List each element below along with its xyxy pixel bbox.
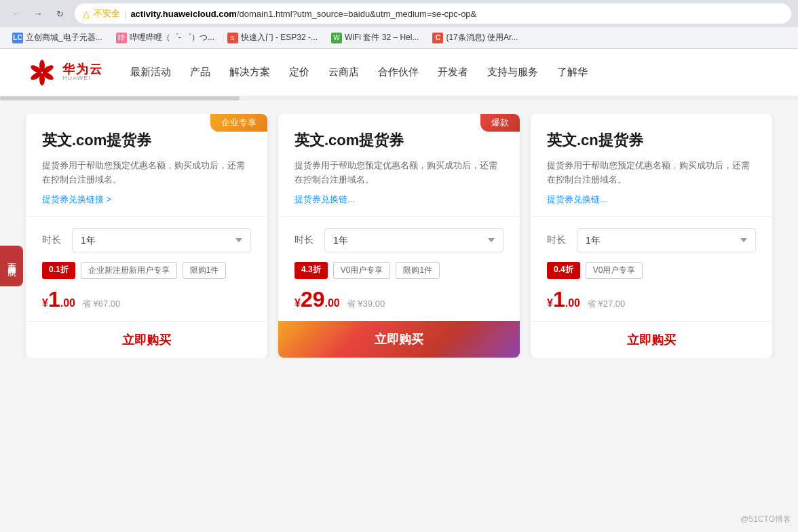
card-header-3: 英文.cn提货券 提货券用于帮助您预定优惠名额，购买成功后，还需在控制台注册域名… [531, 114, 772, 216]
card3-tag-discount: 0.4折 [547, 262, 580, 279]
nav-buttons: ← → ↻ [7, 4, 69, 23]
browser-chrome: ← → ↻ △ 不安全 | activity.huaweicloud.com/d… [0, 0, 798, 49]
bookmark-wifi-icon: W [331, 33, 342, 43]
refresh-button[interactable]: ↻ [50, 4, 69, 23]
browser-toolbar: ← → ↻ △ 不安全 | activity.huaweicloud.com/d… [0, 0, 798, 27]
card1-price-symbol: ¥ [42, 297, 48, 309]
card2-price-main: ¥ 29 .00 [294, 288, 340, 310]
nav-item-support[interactable]: 支持与服务 [487, 63, 538, 81]
card3-duration-label: 时长 [547, 234, 566, 246]
card2-duration-row: 时长 1年 2年 3年 [294, 228, 504, 252]
card2-badge: 爆款 [480, 114, 520, 132]
card3-link[interactable]: 提货券兑换链... [547, 194, 607, 204]
bookmark-esp-label: 快速入门 - ESP32 -... [241, 32, 318, 43]
bookmark-wifi[interactable]: W WiFi 套件 32 – Hel... [326, 30, 424, 45]
card2-desc: 提货券用于帮助您预定优惠名额，购买成功后，还需在控制台注册域名。 [294, 159, 504, 187]
card1-buy-button[interactable]: 立即购买 [26, 321, 267, 358]
separator: | [124, 9, 126, 19]
card2-tag-discount: 4.3折 [294, 262, 328, 279]
card2-price-save: 省 ¥39.00 [347, 298, 385, 310]
nav-item-activity[interactable]: 最新活动 [130, 63, 171, 81]
scroll-thumb [0, 96, 240, 100]
card2-price-dec: .00 [325, 297, 340, 309]
security-icon: △ [83, 9, 90, 19]
card1-price-dec: .00 [60, 297, 75, 309]
card2-tags-row: 4.3折 V0用户专享 限购1件 [294, 262, 504, 279]
card2-duration-label: 时长 [294, 234, 314, 246]
bookmark-esp-icon: S [227, 33, 238, 43]
card1-tag-user: 企业新注册新用户专享 [81, 262, 177, 279]
card-header-2: 爆款 英文.com提货券 提货券用于帮助您预定优惠名额，购买成功后，还需在控制台… [278, 114, 520, 216]
huawei-logo-icon [27, 58, 57, 88]
bookmark-lc-label: 立创商城_电子元器... [26, 32, 102, 43]
nav-item-store[interactable]: 云商店 [328, 63, 359, 81]
card3-title: 英文.cn提货券 [547, 130, 756, 151]
card2-tag-user: V0用户专享 [333, 262, 391, 279]
bookmark-lc-icon: LC [12, 33, 23, 43]
card3-options: 时长 1年 2年 3年 0.4折 V0用户专享 ¥ [531, 216, 772, 321]
nav-item-partner[interactable]: 合作伙伴 [378, 63, 419, 81]
page-content: 华为云 HUAWEI 最新活动 产品 解决方案 定价 云商店 合作伙伴 开发者 … [0, 49, 798, 440]
scroll-indicator [0, 96, 798, 100]
bookmark-lc[interactable]: LC 立创商城_电子元器... [7, 30, 108, 45]
bookmarks-bar: LC 立创商城_电子元器... 哔 哔哩哔哩（゜- ゜）つ... S 快速入门 … [0, 27, 798, 49]
card2-price-int: 29 [301, 288, 325, 310]
product-card-2: 爆款 英文.com提货券 提货券用于帮助您预定优惠名额，购买成功后，还需在控制台… [278, 114, 520, 358]
bookmark-c51cto-icon: C [432, 33, 443, 43]
card3-price-dec: .00 [565, 297, 580, 309]
card3-price-row: ¥ 1 .00 省 ¥27.00 [547, 288, 756, 310]
card2-duration-select[interactable]: 1年 2年 3年 [324, 228, 504, 252]
card1-tag-limit: 限购1件 [183, 262, 227, 279]
card2-options: 时长 1年 2年 3年 4.3折 V0用户专享 限购1件 [278, 216, 520, 321]
card1-duration-select[interactable]: 1年 2年 3年 [72, 228, 251, 252]
url-text: activity.huaweicloud.com/domain1.html?ut… [130, 9, 783, 19]
bookmark-bili-icon: 哔 [116, 33, 127, 43]
side-nav-arrow-icon: ▶ [8, 266, 16, 276]
card3-duration-row: 时长 1年 2年 3年 [547, 228, 756, 252]
bookmark-bili[interactable]: 哔 哔哩哔哩（゜- ゜）つ... [111, 30, 219, 45]
logo-area[interactable]: 华为云 HUAWEI [27, 58, 103, 88]
card2-buy-button[interactable]: 立即购买 [278, 321, 520, 358]
brand-cn: 华为云 [62, 63, 103, 75]
card1-desc: 提货券用于帮助您预定优惠名额，购买成功后，还需在控制台注册域名。 [42, 159, 251, 187]
product-card-3: 英文.cn提货券 提货券用于帮助您预定优惠名额，购买成功后，还需在控制台注册域名… [531, 114, 772, 358]
card3-price-save: 省 ¥27.00 [587, 298, 625, 310]
card3-desc: 提货券用于帮助您预定优惠名额，购买成功后，还需在控制台注册域名。 [547, 159, 756, 187]
card1-price-main: ¥ 1 .00 [42, 288, 75, 310]
url-path: /domain1.html?utm_source=baidu&utm_mediu… [237, 9, 476, 19]
card3-price-int: 1 [553, 288, 565, 310]
url-domain: activity.huaweicloud.com [130, 9, 237, 19]
card2-price-row: ¥ 29 .00 省 ¥39.00 [294, 288, 504, 310]
bookmark-esp[interactable]: S 快速入门 - ESP32 -... [222, 30, 323, 45]
card2-tag-limit: 限购1件 [396, 262, 440, 279]
bookmark-c51cto[interactable]: C (17条消息) 使用Ar... [427, 30, 523, 45]
product-card-1: 企业专享 英文.com提货券 提货券用于帮助您预定优惠名额，购买成功后，还需在控… [26, 114, 267, 358]
bookmark-wifi-label: WiFi 套件 32 – Hel... [345, 32, 419, 43]
security-label: 不安全 [94, 7, 120, 20]
cards-container: 企业专享 英文.com提货券 提货券用于帮助您预定优惠名额，购买成功后，还需在控… [0, 114, 798, 358]
card3-price-symbol: ¥ [547, 297, 553, 309]
nav-items: 最新活动 产品 解决方案 定价 云商店 合作伙伴 开发者 支持与服务 了解华 [130, 63, 588, 81]
card1-tag-discount: 0.1折 [42, 262, 75, 279]
forward-button[interactable]: → [28, 4, 48, 23]
card3-tag-user: V0用户专享 [586, 262, 643, 279]
nav-item-dev[interactable]: 开发者 [438, 63, 468, 81]
nav-item-solution[interactable]: 解决方案 [229, 63, 270, 81]
card2-price-symbol: ¥ [294, 297, 301, 309]
card1-price-row: ¥ 1 .00 省 ¥67.00 [42, 288, 251, 310]
bookmark-bili-label: 哔哩哔哩（゜- ゜）つ... [130, 32, 214, 43]
card2-link[interactable]: 提货券兑换链... [294, 194, 355, 204]
nav-item-pricing[interactable]: 定价 [289, 63, 309, 81]
card1-link[interactable]: 提货券兑换链接 > [42, 194, 111, 204]
brand-en: HUAWEI [62, 75, 103, 81]
nav-item-about[interactable]: 了解华 [557, 63, 588, 81]
card1-options: 时长 1年 2年 3年 0.1折 企业新注册新用户专享 限购1件 [26, 216, 267, 321]
side-nav[interactable]: 页面导航 ▶ [0, 246, 23, 286]
nav-item-product[interactable]: 产品 [190, 63, 210, 81]
address-bar[interactable]: △ 不安全 | activity.huaweicloud.com/domain1… [75, 3, 791, 24]
card3-duration-select[interactable]: 1年 2年 3年 [577, 228, 756, 252]
card1-duration-label: 时长 [42, 234, 61, 246]
back-button[interactable]: ← [7, 4, 26, 23]
card1-badge: 企业专享 [210, 114, 267, 132]
card3-buy-button[interactable]: 立即购买 [531, 321, 772, 358]
